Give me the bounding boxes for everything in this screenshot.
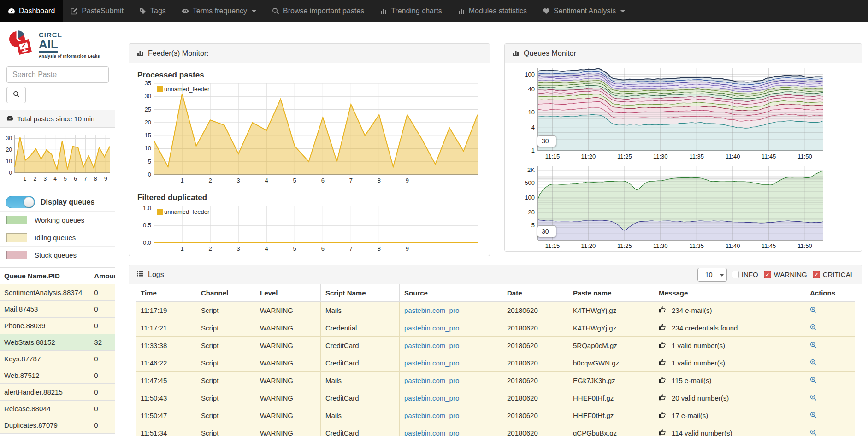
log-row: 11:17:21 Script WARNING Credential paste… — [136, 319, 855, 337]
cell-source: pastebin.com_pro — [400, 337, 502, 354]
cell-script-name: CreditCard — [321, 337, 400, 354]
nav-item-browse-important-pastes[interactable]: Browse important pastes — [264, 0, 372, 22]
nav-item-sentiment-analysis[interactable]: Sentiment Analysis — [535, 0, 633, 22]
show-paste-button[interactable] — [810, 430, 817, 436]
bar-chart-icon — [458, 7, 465, 15]
cell-channel: Script — [196, 424, 255, 436]
queue-name-cell: Keys.87787 — [0, 351, 90, 367]
cell-message: 234 credentials found. — [654, 319, 805, 337]
nav-item-trending-charts[interactable]: Trending charts — [372, 0, 450, 22]
legend-swatch — [6, 233, 27, 242]
show-paste-button[interactable] — [810, 324, 817, 332]
svg-text:30: 30 — [145, 93, 151, 100]
show-paste-button[interactable] — [810, 359, 817, 367]
show-paste-button[interactable] — [810, 342, 817, 350]
svg-text:2: 2 — [208, 177, 212, 184]
source-link[interactable]: pastebin.com_pro — [404, 412, 459, 419]
col-date: Date — [502, 284, 568, 302]
svg-text:25: 25 — [145, 106, 151, 113]
log-row: 11:33:38 Script WARNING CreditCard paste… — [136, 337, 855, 354]
svg-text:10: 10 — [145, 145, 151, 152]
cell-time: 11:50:43 — [136, 389, 196, 407]
cell-channel: Script — [196, 389, 255, 407]
search-icon — [272, 7, 279, 15]
cell-actions — [805, 319, 855, 337]
queue-name-cell: Mail.87453 — [0, 301, 90, 318]
eye-icon — [182, 7, 189, 15]
show-paste-button[interactable] — [810, 377, 817, 385]
svg-text:3: 3 — [237, 245, 240, 252]
queue-name-cell: SentimentAnalysis.88374 — [0, 284, 90, 301]
source-link[interactable]: pastebin.com_pro — [404, 324, 459, 332]
svg-text:8: 8 — [94, 176, 97, 182]
show-paste-button[interactable] — [810, 412, 817, 420]
source-link[interactable]: pastebin.com_pro — [404, 429, 459, 436]
show-paste-button[interactable] — [810, 307, 817, 315]
source-link[interactable]: pastebin.com_pro — [404, 394, 459, 402]
cell-date: 20180620 — [502, 319, 568, 337]
logs-table: Time Channel Level Script Name Source Da… — [136, 284, 855, 436]
source-link[interactable]: pastebin.com_pro — [404, 359, 459, 367]
cell-level: WARNING — [255, 372, 321, 389]
search-input[interactable] — [6, 66, 109, 83]
cell-level: WARNING — [255, 319, 321, 337]
display-queues-toggle[interactable] — [6, 196, 35, 208]
svg-text:unnamed_feeder: unnamed_feeder — [164, 86, 210, 93]
bar-chart-icon — [136, 49, 144, 58]
roll-period-input-bottom[interactable]: 30 — [537, 225, 556, 237]
queue-name-cell: Duplicates.87079 — [0, 417, 90, 434]
dashboard-icon — [8, 7, 15, 15]
queue-row: alertHandler.88215 0 — [0, 384, 116, 401]
filter-info-checkbox[interactable] — [732, 271, 739, 278]
nav-item-terms-frequency[interactable]: Terms frequency — [174, 0, 264, 22]
filter-critical[interactable]: CRITICAL — [813, 271, 854, 278]
page-size-select[interactable]: 10 — [697, 268, 727, 282]
ail-logo: CIRCL AIL Analysis of Information Leaks — [6, 29, 115, 60]
source-link[interactable]: pastebin.com_pro — [404, 306, 459, 314]
filtered-duplicated-chart: 1.00.50.0123456789unnamed_feeder — [137, 203, 482, 255]
nav-item-tags[interactable]: Tags — [131, 0, 174, 22]
svg-text:11:25: 11:25 — [617, 153, 632, 160]
cell-level: WARNING — [255, 407, 321, 424]
show-paste-button[interactable] — [810, 395, 817, 402]
queue-name-cell: Phone.88039 — [0, 318, 90, 334]
search-button[interactable] — [6, 87, 26, 103]
queue-table: Queue Name.PID Amount SentimentAnalysis.… — [0, 267, 115, 434]
cell-message: 20 valid number(s) — [654, 389, 805, 407]
svg-text:5: 5 — [148, 158, 151, 165]
nav-item-pastesubmit[interactable]: PasteSubmit — [63, 0, 131, 22]
cell-actions — [805, 407, 855, 424]
logs-title: Logs — [148, 271, 164, 279]
cell-level: WARNING — [255, 302, 321, 319]
svg-text:100: 100 — [525, 194, 535, 201]
display-queues-label: Display queues — [41, 198, 94, 206]
queue-legend: Working queues Idling queues Stuck queue… — [0, 211, 115, 264]
svg-text:0.0: 0.0 — [143, 239, 151, 246]
bar-chart-icon — [512, 49, 520, 58]
heart-icon — [543, 7, 550, 15]
filter-critical-checkbox[interactable] — [813, 271, 820, 278]
filter-warning[interactable]: WARNING — [764, 271, 807, 278]
queue-amount-cell: 0 — [90, 417, 115, 434]
cell-actions — [805, 372, 855, 389]
cell-actions — [805, 337, 855, 354]
queue-row: Phone.88039 0 — [0, 318, 116, 334]
cell-time: 11:17:19 — [136, 302, 196, 319]
queues-monitor-title: Queues Monitor — [524, 49, 576, 58]
svg-text:11:30: 11:30 — [653, 242, 668, 249]
svg-text:9: 9 — [406, 245, 409, 252]
nav-item-dashboard[interactable]: Dashboard — [0, 0, 63, 22]
filter-warning-checkbox[interactable] — [764, 271, 771, 278]
legend-label: Working queues — [35, 216, 84, 224]
nav-item-modules-statistics[interactable]: Modules statistics — [450, 0, 535, 22]
svg-text:11:45: 11:45 — [762, 153, 776, 160]
cell-actions — [805, 354, 855, 372]
filter-info[interactable]: INFO — [732, 271, 758, 278]
cell-time: 11:47:45 — [136, 372, 196, 389]
filtered-duplicated-title: Filtered duplicated — [137, 193, 481, 202]
roll-period-input-top[interactable]: 30 — [537, 135, 556, 147]
source-link[interactable]: pastebin.com_pro — [404, 377, 459, 384]
cell-time: 11:46:22 — [136, 354, 196, 372]
chevron-down-icon — [720, 274, 724, 277]
source-link[interactable]: pastebin.com_pro — [404, 342, 459, 349]
